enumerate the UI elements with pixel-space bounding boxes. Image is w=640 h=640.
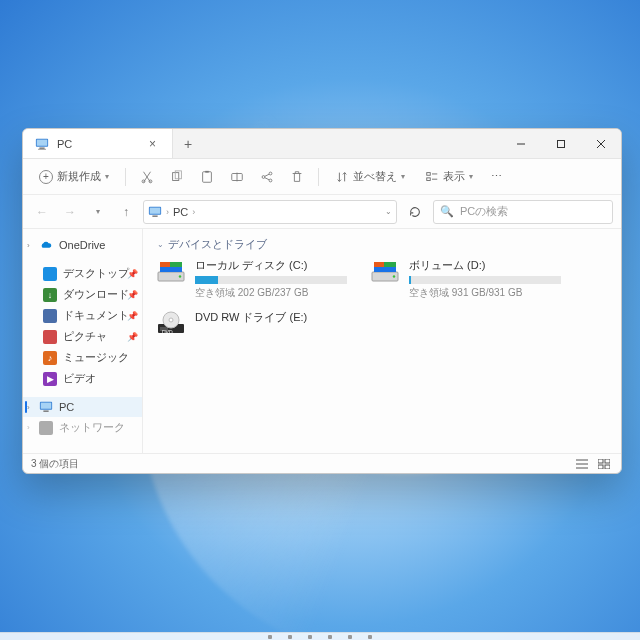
svg-rect-28 xyxy=(43,411,48,412)
forward-button[interactable]: → xyxy=(59,201,81,223)
up-button[interactable]: ↑ xyxy=(115,201,137,223)
nav-videos[interactable]: ▶ ビデオ xyxy=(23,368,142,389)
nav-label: ピクチャ xyxy=(63,329,107,344)
nav-music[interactable]: ♪ ミュージック xyxy=(23,347,142,368)
svg-rect-37 xyxy=(374,262,384,267)
drive-item[interactable]: ローカル ディスク (C:)空き領域 202 GB/237 GB xyxy=(157,258,347,300)
nav-label: PC xyxy=(59,401,74,413)
disk-drive-icon xyxy=(371,258,401,284)
network-icon xyxy=(39,421,53,435)
nav-label: OneDrive xyxy=(59,239,105,251)
delete-button[interactable] xyxy=(284,166,310,188)
drive-free-space: 空き領域 931 GB/931 GB xyxy=(409,286,561,300)
drive-name: DVD RW ドライブ (E:) xyxy=(195,310,347,325)
documents-icon xyxy=(43,309,57,323)
share-button[interactable] xyxy=(254,166,280,188)
status-bar: 3 個の項目 xyxy=(23,453,621,473)
more-button[interactable]: ⋯ xyxy=(485,166,508,187)
chevron-right-icon: › xyxy=(27,403,30,412)
nav-pc[interactable]: › PC xyxy=(23,397,142,417)
svg-point-43 xyxy=(169,318,173,322)
plus-icon: + xyxy=(39,170,53,184)
nav-desktop[interactable]: デスクトップ 📌 xyxy=(23,263,142,284)
svg-rect-12 xyxy=(203,171,212,182)
view-button[interactable]: 表示 ▾ xyxy=(417,165,481,188)
search-icon: 🔍 xyxy=(440,205,454,218)
more-icon: ⋯ xyxy=(491,170,502,183)
thumbnail-view-button[interactable] xyxy=(595,457,613,471)
breadcrumb[interactable]: › PC › ⌄ xyxy=(143,200,397,224)
taskbar[interactable] xyxy=(0,632,640,640)
sort-label: 並べ替え xyxy=(353,169,397,184)
svg-rect-48 xyxy=(605,459,610,463)
group-header-label: デバイスとドライブ xyxy=(168,237,267,252)
disk-drive-icon xyxy=(157,258,187,284)
svg-rect-25 xyxy=(152,215,157,216)
group-header[interactable]: ⌄ デバイスとドライブ xyxy=(157,237,607,252)
drive-item[interactable]: ボリューム (D:)空き領域 931 GB/931 GB xyxy=(371,258,561,300)
status-item-count: 3 個の項目 xyxy=(31,457,79,471)
drive-name: ローカル ディスク (C:) xyxy=(195,258,347,273)
sort-icon xyxy=(335,170,349,184)
search-box[interactable]: 🔍 PCの検索 xyxy=(433,200,613,224)
onedrive-icon xyxy=(39,238,53,252)
nav-label: デスクトップ xyxy=(63,266,129,281)
pc-icon xyxy=(35,137,49,151)
capacity-bar xyxy=(409,276,561,284)
chevron-down-icon: ⌄ xyxy=(157,240,164,249)
drive-item[interactable]: DVDDVD RW ドライブ (E:) xyxy=(157,310,347,336)
breadcrumb-pc[interactable]: PC xyxy=(173,206,188,218)
drive-name: ボリューム (D:) xyxy=(409,258,561,273)
navigation-pane: › OneDrive デスクトップ 📌 ↓ ダウンロード 📌 ドキュメント 📌 xyxy=(23,229,143,453)
rename-button[interactable] xyxy=(224,166,250,188)
svg-point-35 xyxy=(393,275,395,277)
refresh-button[interactable] xyxy=(403,205,427,219)
tab-pc[interactable]: PC × xyxy=(23,129,173,158)
back-button[interactable]: ← xyxy=(31,201,53,223)
svg-point-18 xyxy=(269,179,272,182)
cut-button[interactable] xyxy=(134,166,160,188)
drive-free-space: 空き領域 202 GB/237 GB xyxy=(195,286,347,300)
chevron-down-icon[interactable]: ⌄ xyxy=(385,207,392,216)
details-view-button[interactable] xyxy=(573,457,591,471)
chevron-down-icon: ▾ xyxy=(96,207,100,216)
svg-rect-2 xyxy=(39,147,44,148)
title-bar: PC × + xyxy=(23,129,621,159)
svg-text:DVD: DVD xyxy=(162,329,173,335)
close-window-button[interactable] xyxy=(581,129,621,159)
minimize-button[interactable] xyxy=(501,129,541,159)
svg-rect-19 xyxy=(427,172,431,175)
svg-rect-3 xyxy=(38,148,46,149)
content-pane: ⌄ デバイスとドライブ ローカル ディスク (C:)空き領域 202 GB/23… xyxy=(143,229,621,453)
nav-documents[interactable]: ドキュメント 📌 xyxy=(23,305,142,326)
nav-onedrive[interactable]: › OneDrive xyxy=(23,235,142,255)
view-icon xyxy=(425,170,439,184)
new-label: 新規作成 xyxy=(57,169,101,184)
maximize-button[interactable] xyxy=(541,129,581,159)
nav-pictures[interactable]: ピクチャ 📌 xyxy=(23,326,142,347)
sort-button[interactable]: 並べ替え ▾ xyxy=(327,165,413,188)
svg-rect-5 xyxy=(558,141,565,148)
copy-button[interactable] xyxy=(164,166,190,188)
recent-button[interactable]: ▾ xyxy=(87,201,109,223)
chevron-right-icon: › xyxy=(27,241,30,250)
svg-rect-24 xyxy=(150,207,161,213)
desktop-icon xyxy=(43,267,57,281)
new-tab-button[interactable]: + xyxy=(173,129,203,158)
capacity-bar xyxy=(195,276,347,284)
pc-icon xyxy=(39,400,53,414)
new-button[interactable]: + 新規作成 ▾ xyxy=(31,165,117,188)
chevron-down-icon: ▾ xyxy=(469,172,473,181)
svg-rect-47 xyxy=(598,459,603,463)
paste-button[interactable] xyxy=(194,166,220,188)
tab-close-button[interactable]: × xyxy=(145,137,160,151)
nav-downloads[interactable]: ↓ ダウンロード 📌 xyxy=(23,284,142,305)
pin-icon: 📌 xyxy=(127,332,138,342)
svg-point-30 xyxy=(179,275,181,277)
nav-label: ダウンロード xyxy=(63,287,129,302)
dvd-drive-icon: DVD xyxy=(157,310,187,336)
chevron-right-icon: › xyxy=(27,423,30,432)
pictures-icon xyxy=(43,330,57,344)
nav-network[interactable]: › ネットワーク xyxy=(23,417,142,438)
svg-point-16 xyxy=(269,172,272,175)
